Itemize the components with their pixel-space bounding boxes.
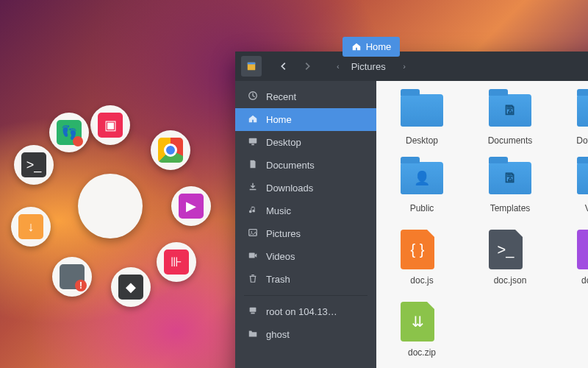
svg-rect-6 [249, 253, 255, 258]
file-label: doc.mp3 [581, 275, 588, 286]
nav-forward-button[interactable] [297, 56, 318, 77]
file-item[interactable]: ⇊doc.zip [382, 302, 462, 358]
app-icon [246, 61, 257, 71]
launcher-item-terminal[interactable]: >_ [14, 145, 54, 185]
file-item[interactable]: { }doc.js [382, 230, 462, 286]
app-menu-button[interactable] [241, 56, 262, 77]
sidebar-item-root-on-104-13-[interactable]: root on 104.13… [235, 300, 376, 323]
picture-icon [247, 227, 259, 240]
sidebar-item-trash[interactable]: Trash [235, 268, 376, 291]
sidebar-item-label: Home [266, 114, 292, 125]
launcher-item-media-player[interactable]: ▶ [171, 186, 211, 226]
nav-back-button[interactable] [273, 56, 294, 77]
file-label: doc.json [494, 275, 527, 286]
file-item[interactable]: ♪doc.mp3 [559, 230, 588, 286]
breadcrumb-label: Home [366, 41, 392, 52]
music-icon [247, 205, 259, 217]
home-icon [351, 41, 362, 52]
file-item[interactable]: ▸Videos [559, 162, 588, 213]
svg-rect-8 [251, 313, 254, 314]
file-item[interactable]: ⭳Downloads [559, 94, 588, 146]
sidebar-item-label: Music [266, 205, 291, 216]
file-item[interactable]: Desktop [382, 94, 462, 146]
file-grid-area[interactable]: Desktop🖺Documents⭳Downloads👤Public🖺Templ… [376, 81, 588, 368]
folder-icon: 🖺 [489, 94, 531, 130]
doc-icon [247, 159, 259, 171]
launcher-item-inkscape[interactable]: ◆ [111, 267, 151, 307]
file-label: Templates [490, 203, 531, 213]
breadcrumb-item[interactable]: Home [343, 37, 401, 57]
file-music-icon: ♪ [577, 230, 588, 269]
arrow-left-icon [279, 61, 289, 71]
file-js-icon: { } [401, 230, 443, 269]
launcher-item-image-viewer[interactable]: ▣ [90, 105, 130, 145]
launcher-item-audio-mixer[interactable]: ⊪ [157, 242, 196, 282]
image-viewer-icon: ▣ [98, 113, 123, 138]
launcher-item-gnome-settings[interactable]: 👣 [49, 113, 89, 152]
sidebar-item-label: Desktop [266, 137, 301, 148]
inkscape-icon: ◆ [118, 275, 143, 300]
sidebar-item-desktop[interactable]: Desktop [235, 131, 376, 154]
download-icon [247, 182, 259, 194]
sidebar-item-label: root on 104.13… [266, 306, 337, 317]
sidebar-item-pictures[interactable]: Pictures [235, 222, 376, 245]
trash-icon [247, 273, 259, 286]
folder-icon [401, 94, 443, 130]
file-item[interactable]: 🖺Documents [470, 94, 550, 146]
file-json-icon: >_ [489, 230, 531, 269]
network-icon [247, 305, 259, 318]
sidebar: RecentHomeDesktopDocumentsDownloadsMusic… [235, 81, 376, 368]
video-icon [247, 250, 259, 263]
sidebar-item-label: Trash [266, 274, 290, 285]
file-zip-icon: ⇊ [401, 302, 443, 342]
desktop-icon [247, 136, 259, 149]
file-label: doc.js [410, 275, 433, 286]
terminal-icon: >_ [21, 152, 46, 177]
clock-icon [247, 91, 259, 103]
file-item[interactable]: 🖺Templates [470, 162, 550, 213]
svg-rect-2 [249, 138, 257, 144]
gnome-settings-icon: 👣 [57, 120, 82, 145]
arrow-right-icon [302, 61, 312, 71]
file-item[interactable]: 👤Public [382, 162, 462, 213]
sidebar-item-documents[interactable]: Documents [235, 154, 376, 177]
folder-icon: ▸ [577, 162, 588, 197]
launcher-center[interactable] [78, 174, 143, 238]
svg-rect-3 [251, 144, 254, 146]
folder-icon: 👤 [401, 162, 443, 197]
launcher-item-chrome[interactable] [151, 130, 190, 170]
breadcrumb-item[interactable]: Pictures [343, 57, 401, 77]
download-icon: ↓ [18, 214, 43, 239]
sidebar-item-ghost[interactable]: ghost [235, 323, 376, 346]
launcher-item-system-problem[interactable] [52, 257, 92, 297]
chevron-left-icon[interactable]: ‹ [334, 62, 343, 71]
folder-icon: 🖺 [489, 162, 531, 197]
sidebar-item-label: Documents [266, 160, 315, 171]
home-icon [247, 113, 259, 126]
file-manager-body: RecentHomeDesktopDocumentsDownloadsMusic… [235, 81, 588, 368]
sidebar-item-label: Pictures [266, 228, 301, 239]
folder-icon [247, 328, 259, 341]
svg-rect-7 [250, 308, 257, 312]
file-label: Public [410, 203, 434, 213]
sidebar-item-label: Downloads [266, 183, 313, 194]
sidebar-item-music[interactable]: Music [235, 199, 376, 222]
folder-icon: ⭳ [577, 94, 588, 130]
sidebar-item-home[interactable]: Home [235, 108, 376, 131]
sidebar-item-label: Videos [266, 251, 295, 262]
file-label: Videos [585, 203, 588, 213]
sidebar-item-recent[interactable]: Recent [235, 85, 376, 108]
sidebar-item-downloads[interactable]: Downloads [235, 177, 376, 199]
sidebar-item-videos[interactable]: Videos [235, 245, 376, 268]
file-label: Desktop [406, 135, 438, 146]
file-label: doc.zip [408, 347, 436, 358]
svg-rect-1 [248, 63, 256, 65]
launcher-item-download-manager[interactable]: ↓ [11, 207, 51, 247]
chevron-right-icon[interactable]: › [400, 62, 409, 71]
sidebar-item-label: Recent [266, 91, 296, 102]
breadcrumb-label: Pictures [351, 61, 386, 72]
sidebar-item-label: ghost [266, 329, 290, 340]
system-problem-icon [60, 264, 85, 289]
file-label: Documents [488, 135, 533, 146]
file-item[interactable]: >_doc.json [470, 230, 550, 286]
